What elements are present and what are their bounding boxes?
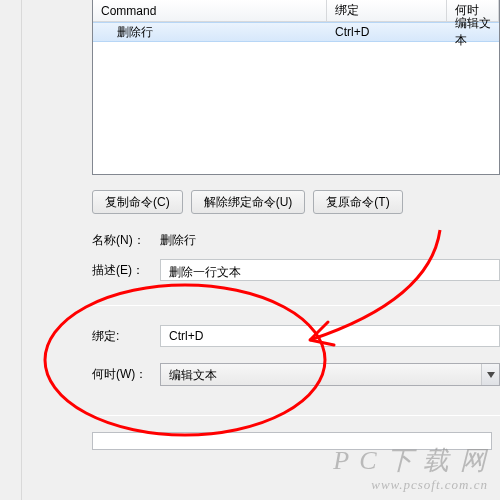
- when-dropdown-value: 编辑文本: [161, 364, 481, 385]
- description-label: 描述(E)：: [92, 262, 160, 279]
- col-command[interactable]: Command: [93, 0, 327, 21]
- chevron-down-icon[interactable]: [481, 364, 499, 385]
- bottom-bar: [92, 432, 492, 450]
- name-value: 删除行: [160, 232, 196, 249]
- button-row: 复制命令(C) 解除绑定命令(U) 复原命令(T): [92, 190, 403, 214]
- when-dropdown[interactable]: 编辑文本: [160, 363, 500, 386]
- command-info: 名称(N)： 删除行 描述(E)： 删除一行文本: [92, 232, 500, 291]
- cell-command: 删除行: [93, 24, 327, 41]
- separator: [92, 305, 500, 306]
- copy-command-button[interactable]: 复制命令(C): [92, 190, 183, 214]
- command-table[interactable]: Command 绑定 何时 删除行 Ctrl+D 编辑文本: [92, 0, 500, 175]
- restore-command-button[interactable]: 复原命令(T): [313, 190, 402, 214]
- separator-2: [92, 415, 500, 416]
- col-binding[interactable]: 绑定: [327, 0, 447, 21]
- table-row[interactable]: 删除行 Ctrl+D 编辑文本: [93, 22, 499, 42]
- cell-when: 编辑文本: [447, 15, 499, 49]
- binding-input[interactable]: [160, 325, 500, 347]
- cell-binding: Ctrl+D: [327, 25, 447, 39]
- keybinding-dialog: Command 绑定 何时 删除行 Ctrl+D 编辑文本 复制命令(C) 解除…: [22, 0, 500, 500]
- description-field[interactable]: 删除一行文本: [160, 259, 500, 281]
- table-body: 删除行 Ctrl+D 编辑文本: [93, 22, 499, 174]
- table-header: Command 绑定 何时: [93, 0, 499, 22]
- unbind-command-button[interactable]: 解除绑定命令(U): [191, 190, 306, 214]
- binding-area: 绑定: 何时(W)： 编辑文本: [92, 325, 500, 402]
- left-panel-gap: [0, 0, 22, 500]
- name-label: 名称(N)：: [92, 232, 160, 249]
- when-label: 何时(W)：: [92, 366, 160, 383]
- binding-label: 绑定:: [92, 328, 160, 345]
